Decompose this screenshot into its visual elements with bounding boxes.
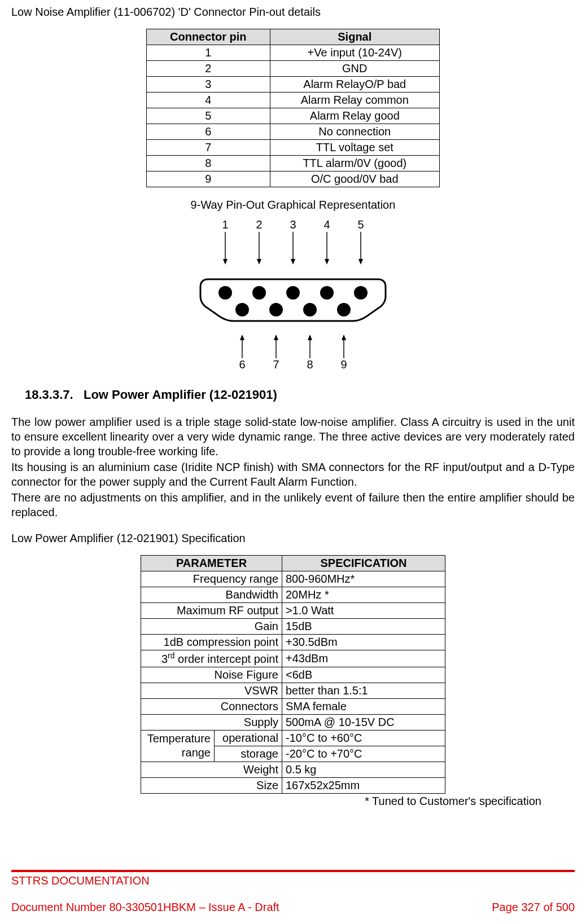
pinout-pin: 8 — [147, 156, 270, 171]
svg-marker-14 — [358, 259, 363, 265]
section-heading: 18.3.3.7. Low Power Amplifier (12-021901… — [25, 388, 575, 402]
pinout-pin: 1 — [147, 45, 270, 61]
svg-text:5: 5 — [357, 218, 364, 231]
spec-temp-st-val: -20°C to +70°C — [282, 746, 445, 762]
body-paragraph-1: The low power amplifier used is a triple… — [11, 415, 575, 459]
pinout-signal: O/C good/0V bad — [270, 171, 439, 187]
spec-param: Gain — [141, 619, 282, 635]
svg-point-19 — [354, 286, 368, 300]
pinout-pin: 5 — [147, 108, 270, 124]
svg-point-21 — [269, 303, 283, 316]
pinout-pin: 3 — [147, 77, 270, 93]
pinout-pin: 9 — [147, 171, 270, 187]
body-paragraph-2: Its housing is an aluminium case (Iridit… — [11, 460, 575, 489]
d-connector-svg: 12345 6789 — [180, 213, 406, 371]
pinout-signal: TTL voltage set — [270, 140, 439, 156]
footer-doc-number: Document Number 80-330501HBKM – Issue A … — [11, 901, 279, 914]
spec-value: better than 1.5:1 — [282, 683, 445, 698]
pinout-signal: Alarm RelayO/P bad — [270, 77, 439, 93]
pinout-signal: GND — [270, 61, 439, 77]
spec-param: 1dB compression point — [141, 635, 282, 650]
pinout-pin: 4 — [147, 93, 270, 108]
svg-text:9: 9 — [340, 358, 347, 371]
spec-title: Low Power Amplifier (12-021901) Specific… — [11, 532, 575, 545]
svg-marker-25 — [240, 335, 244, 340]
svg-point-22 — [303, 303, 317, 316]
spec-value: >1.0 Watt — [282, 603, 445, 619]
page-footer: STTRS DOCUMENTATION Document Number 80-3… — [11, 870, 575, 914]
section-number: 18.3.3.7. — [25, 388, 73, 402]
pinout-pin: 6 — [147, 124, 270, 140]
spec-temp-op-val: -10°C to +60°C — [282, 730, 445, 746]
spec-value: +43dBm — [282, 650, 445, 667]
spec-value: <6dB — [282, 667, 445, 683]
spec-value: 15dB — [282, 619, 445, 635]
pinout-header-signal: Signal — [270, 29, 439, 45]
svg-marker-11 — [325, 259, 329, 265]
spec-value: SMA female — [282, 698, 445, 714]
svg-marker-28 — [274, 335, 278, 340]
spec-param: Supply — [141, 714, 282, 730]
svg-point-15 — [218, 286, 232, 300]
svg-text:3: 3 — [290, 218, 296, 231]
svg-text:6: 6 — [239, 358, 245, 371]
footer-page-number: Page 327 of 500 — [492, 901, 575, 914]
spec-value: +30.5dBm — [282, 635, 445, 650]
spec-table: PARAMETER SPECIFICATION Frequency range8… — [141, 555, 445, 794]
pinout-header-pin: Connector pin — [147, 29, 270, 45]
diagram-title: 9-Way Pin-Out Graphical Representation — [11, 199, 575, 212]
pinout-table: Connector pin Signal 1+Ve input (10-24V)… — [146, 29, 440, 187]
spec-param: Maximum RF output — [141, 603, 282, 619]
svg-marker-34 — [342, 335, 346, 340]
pinout-signal: +Ve input (10-24V) — [270, 45, 439, 61]
spec-param: Bandwidth — [141, 587, 282, 603]
svg-point-16 — [252, 286, 266, 300]
spec-header-spec: SPECIFICATION — [282, 556, 445, 571]
svg-text:7: 7 — [273, 358, 279, 371]
spec-param: Noise Figure — [141, 667, 282, 683]
spec-value: 20MHz * — [282, 587, 445, 603]
section-text: Low Power Amplifier (12-021901) — [84, 388, 277, 402]
svg-text:1: 1 — [222, 218, 228, 231]
spec-value: 500mA @ 10-15V DC — [282, 714, 445, 730]
spec-param: Size — [141, 777, 282, 793]
spec-temp-op-label: operational — [215, 730, 282, 746]
footer-title: STTRS DOCUMENTATION — [11, 874, 575, 887]
pinout-signal: Alarm Relay common — [270, 93, 439, 108]
tuned-note: * Tuned to Customer's specification — [45, 795, 541, 808]
pinout-pin: 2 — [147, 61, 270, 77]
svg-point-18 — [320, 286, 334, 300]
spec-value: 800-960MHz* — [282, 571, 445, 587]
lna-pinout-title: Low Noise Amplifier (11-006702) 'D' Conn… — [11, 6, 575, 19]
spec-value: 0.5 kg — [282, 762, 445, 777]
svg-text:8: 8 — [307, 358, 313, 371]
pinout-signal: No connection — [270, 124, 439, 140]
pinout-pin: 7 — [147, 140, 270, 156]
spec-temp-st-label: storage — [215, 746, 282, 762]
spec-header-param: PARAMETER — [141, 556, 282, 571]
spec-param: Weight — [141, 762, 282, 777]
svg-point-17 — [286, 286, 300, 300]
svg-point-20 — [235, 303, 249, 316]
spec-param: 3rd order intercept point — [141, 650, 282, 667]
spec-param: VSWR — [141, 683, 282, 698]
svg-text:2: 2 — [256, 218, 262, 231]
pinout-diagram: 9-Way Pin-Out Graphical Representation 1… — [11, 199, 575, 371]
spec-param: Frequency range — [141, 571, 282, 587]
svg-marker-8 — [291, 259, 295, 265]
svg-marker-2 — [223, 259, 228, 265]
svg-text:4: 4 — [323, 218, 330, 231]
svg-point-23 — [337, 303, 351, 316]
spec-value: 167x52x25mm — [282, 777, 445, 793]
spec-temp-label: Temperature range — [141, 730, 215, 762]
spec-param: Connectors — [141, 698, 282, 714]
body-paragraph-3: There are no adjustments on this amplifi… — [11, 490, 575, 520]
pinout-signal: TTL alarm/0V (good) — [270, 156, 439, 171]
svg-marker-5 — [257, 259, 261, 265]
svg-marker-31 — [308, 335, 312, 340]
pinout-signal: Alarm Relay good — [270, 108, 439, 124]
